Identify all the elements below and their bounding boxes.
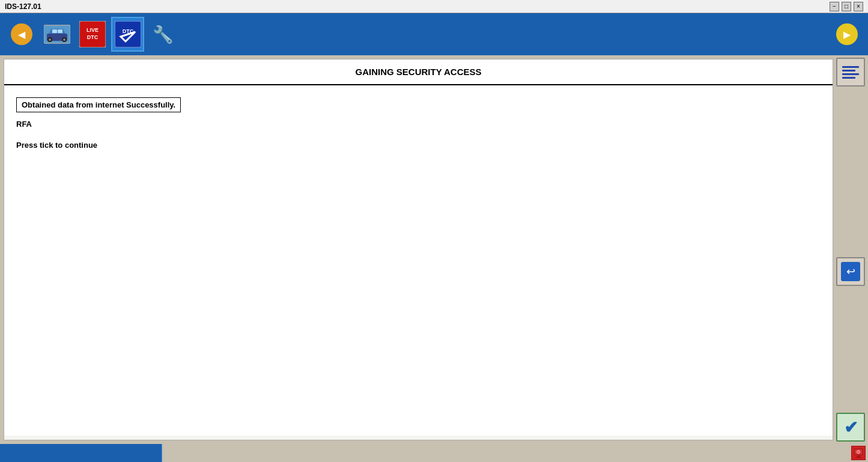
svg-rect-18 bbox=[857, 456, 860, 457]
dtc-button[interactable]: DTC bbox=[111, 17, 144, 52]
title-bar: IDS-127.01 − □ × bbox=[0, 0, 868, 13]
svg-text:DTC: DTC bbox=[86, 34, 98, 40]
sidebar-back-icon: ↩ bbox=[841, 262, 860, 281]
minimize-button[interactable]: − bbox=[830, 2, 839, 11]
forward-button[interactable] bbox=[830, 17, 863, 52]
content-body: Obtained data from internet Successfully… bbox=[4, 85, 833, 436]
back-icon bbox=[11, 23, 32, 45]
list-line-1 bbox=[842, 66, 859, 68]
rfa-label: RFA bbox=[16, 120, 821, 129]
bottom-progress bbox=[0, 444, 162, 462]
svg-point-6 bbox=[63, 38, 65, 41]
list-button[interactable] bbox=[836, 58, 865, 87]
list-line-3 bbox=[842, 73, 859, 75]
page-title: GAINING SECURITY ACCESS bbox=[4, 59, 833, 85]
title-bar-text: IDS-127.01 bbox=[5, 2, 41, 11]
status-message: Obtained data from internet Successfully… bbox=[16, 97, 181, 112]
dtc-icon: DTC bbox=[115, 21, 141, 47]
right-sidebar: ↩ ✔ bbox=[833, 55, 868, 444]
car-icon bbox=[44, 24, 70, 44]
svg-rect-8 bbox=[58, 29, 62, 33]
wrench-button[interactable]: 🔧 bbox=[147, 17, 180, 52]
system-icon bbox=[851, 446, 866, 460]
toolbar: LIVE DTC DTC 🔧 bbox=[0, 13, 868, 55]
list-line-2 bbox=[842, 70, 855, 71]
wrench-icon: 🔧 bbox=[153, 25, 174, 44]
tick-icon: ✔ bbox=[844, 418, 858, 437]
list-icon bbox=[840, 64, 861, 81]
svg-text:LIVE: LIVE bbox=[86, 27, 98, 33]
svg-rect-19 bbox=[855, 457, 861, 458]
tick-button[interactable]: ✔ bbox=[836, 413, 865, 442]
main-area: GAINING SECURITY ACCESS Obtained data fr… bbox=[0, 55, 868, 444]
svg-rect-7 bbox=[52, 29, 57, 33]
title-bar-controls: − □ × bbox=[830, 2, 863, 11]
car-button[interactable] bbox=[40, 17, 73, 52]
bottom-bar bbox=[0, 444, 868, 462]
logo-button[interactable]: LIVE DTC bbox=[76, 17, 109, 52]
maximize-button[interactable]: □ bbox=[842, 2, 851, 11]
instruction-text: Press tick to continue bbox=[16, 141, 821, 150]
logo-icon: LIVE DTC bbox=[79, 21, 106, 47]
svg-point-4 bbox=[49, 38, 51, 41]
sidebar-back-button[interactable]: ↩ bbox=[836, 257, 865, 286]
list-line-4 bbox=[842, 77, 855, 79]
forward-icon bbox=[836, 23, 858, 45]
bottom-right bbox=[162, 444, 868, 462]
content-panel: GAINING SECURITY ACCESS Obtained data fr… bbox=[4, 59, 833, 440]
close-button[interactable]: × bbox=[854, 2, 863, 11]
back-button[interactable] bbox=[5, 17, 38, 52]
